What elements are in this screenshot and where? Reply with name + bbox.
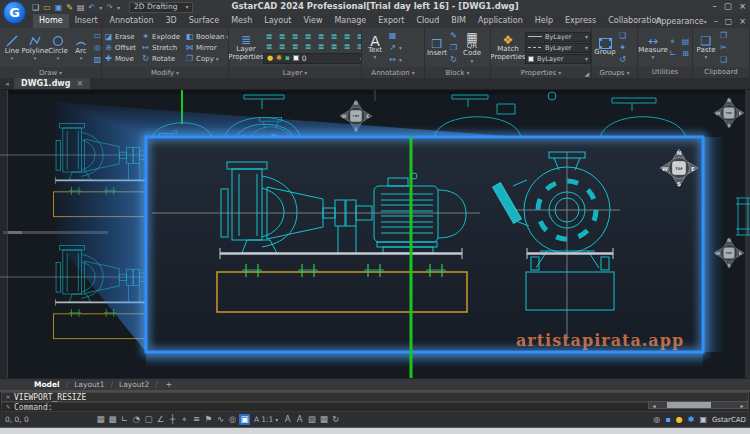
mirror-button[interactable]: ⋈Mirror xyxy=(185,42,228,53)
snap-toggle-icon[interactable]: ▩ xyxy=(107,414,118,425)
paste-button[interactable]: ❏ Paste xyxy=(695,35,717,61)
scroll-right-icon[interactable]: ▸ xyxy=(737,402,747,409)
tray-plot-icon[interactable]: ▪ xyxy=(665,415,670,424)
group-button[interactable]: Group xyxy=(594,38,616,57)
redo-icon[interactable]: ↷ xyxy=(106,3,113,12)
tab-scroll-icon[interactable]: ◂ xyxy=(0,78,14,89)
polyline-button[interactable]: Polyline xyxy=(25,35,45,61)
tab-view[interactable]: View xyxy=(297,14,328,28)
tab-home[interactable]: Home xyxy=(33,14,69,28)
command-input-row[interactable]: ✎ Command: xyxy=(1,402,749,412)
save-as-icon[interactable]: ✎ xyxy=(66,3,73,12)
annotation-visibility-icon[interactable]: A xyxy=(282,414,293,425)
lineweight-toggle-icon[interactable]: ≡ xyxy=(191,414,202,425)
layer-tool-icon[interactable]: ≣ xyxy=(328,32,340,41)
boolean-button[interactable]: ◧Boolean▾ xyxy=(185,31,228,42)
workspace-switcher[interactable]: 2D Drafting▾ xyxy=(129,2,193,13)
app-logo-icon[interactable]: G xyxy=(3,1,26,24)
restore-button[interactable]: ▢ xyxy=(724,1,732,11)
group-edit-button[interactable]: ✦ xyxy=(618,42,627,53)
measure-button[interactable]: ↔ Measure xyxy=(640,35,666,61)
scroll-thumb[interactable] xyxy=(667,402,711,408)
tab-annotation[interactable]: Annotation xyxy=(104,14,160,28)
copy-button[interactable]: ❐Copy▾ xyxy=(185,53,228,64)
layer-tool-icon[interactable]: ≣ xyxy=(315,42,327,51)
document-tab-close-icon[interactable]: × xyxy=(76,79,83,88)
lineweight-control-dropdown[interactable]: ByLayer▾ xyxy=(525,54,591,64)
quick-calc-button[interactable]: ▤ xyxy=(681,36,692,47)
copy-clip-button[interactable]: ❐ xyxy=(719,30,728,41)
tab-model[interactable]: Model xyxy=(28,380,66,389)
print-icon[interactable]: ▤ xyxy=(77,3,85,12)
cut-clip-button[interactable]: ✂ xyxy=(719,42,728,53)
ribbon-minimize-icon[interactable]: – xyxy=(714,17,718,26)
layer-tool-icon[interactable]: ≣ xyxy=(276,32,288,41)
block-edit-button[interactable]: ✎ xyxy=(449,30,458,41)
layer-tool-icon[interactable]: ≣ xyxy=(263,42,275,51)
panel-label-groups[interactable]: Groups xyxy=(592,67,637,78)
match-properties-button[interactable]: ❖ Match Properties xyxy=(493,34,523,61)
tab-application[interactable]: Application xyxy=(472,14,529,28)
tab-mesh[interactable]: Mesh xyxy=(225,14,258,28)
tab-help[interactable]: Help xyxy=(529,14,559,28)
tab-express[interactable]: Express xyxy=(559,14,602,28)
layer-tool-icon[interactable]: ≣ xyxy=(302,32,314,41)
polar-toggle-icon[interactable]: ◔ xyxy=(131,414,142,425)
linetype-control-dropdown[interactable]: ByLayer▾ xyxy=(525,43,591,53)
tab-insert[interactable]: Insert xyxy=(69,14,104,28)
panel-label-annotation[interactable]: Annotation xyxy=(362,67,424,78)
properties-launcher-icon[interactable]: ◢ xyxy=(584,70,589,77)
layer-tool-icon[interactable]: ≣ xyxy=(341,32,353,41)
layer-tool-icon[interactable]: ≣ xyxy=(328,42,340,51)
layer-tool-icon[interactable]: ≣ xyxy=(315,32,327,41)
layer-dropdown[interactable]: ● ❋ ▪ 0 ▾ xyxy=(263,53,361,64)
block-define-button[interactable]: ❒ xyxy=(449,42,458,53)
tray-target-icon[interactable]: ◎ xyxy=(653,415,660,424)
drawing-canvas[interactable]: TOP N S W E xyxy=(0,90,750,378)
close-button[interactable]: × xyxy=(739,1,746,11)
layer-tool-icon[interactable]: ≣ xyxy=(354,42,361,51)
ortho-toggle-icon[interactable]: ∟ xyxy=(119,414,130,425)
grid-toggle-icon[interactable]: ▦ xyxy=(95,414,106,425)
hatch-tool-button[interactable]: ▨▾ xyxy=(93,54,101,65)
layer-tool-icon[interactable]: ≣ xyxy=(354,32,361,41)
minimize-button[interactable]: – xyxy=(713,1,717,11)
rotate-button[interactable]: ↻Rotate xyxy=(141,53,180,64)
text-button[interactable]: A Text xyxy=(364,35,386,61)
tray-bulb-icon[interactable]: ● xyxy=(676,415,683,424)
tab-layout[interactable]: Layout xyxy=(258,14,297,28)
undo-caret-icon[interactable]: ▾ xyxy=(99,4,102,11)
panel-label-clipboard[interactable]: Clipboard xyxy=(693,67,749,78)
tab-export[interactable]: Export xyxy=(372,14,410,28)
save-icon[interactable]: ▣ xyxy=(55,3,63,12)
open-file-icon[interactable]: ▭ xyxy=(43,3,51,12)
layer-tool-icon[interactable]: ≣ xyxy=(289,32,301,41)
panel-label-properties[interactable]: Properties xyxy=(491,67,591,78)
move-button[interactable]: ✚Move xyxy=(104,53,136,64)
add-layout-button[interactable]: + xyxy=(162,380,176,389)
document-tab-dwg1[interactable]: DWG1.dwg × xyxy=(14,78,90,89)
quick-props-toggle-icon[interactable]: ⚑ xyxy=(203,414,214,425)
stretch-button[interactable]: ↔Stretch xyxy=(141,42,180,53)
appearance-dropdown[interactable]: Appearance▾ xyxy=(656,17,707,26)
arc-button[interactable]: Arc xyxy=(71,35,91,61)
clean-screen-icon[interactable]: ↻ xyxy=(330,414,341,425)
layer-tool-icon[interactable]: ≣ xyxy=(302,42,314,51)
insert-block-button[interactable]: ❒ Insert xyxy=(427,38,447,58)
fullscreen-icon[interactable]: ▣ xyxy=(699,415,707,424)
command-close-icon[interactable]: × xyxy=(2,393,14,401)
tab-surface[interactable]: Surface xyxy=(183,14,225,28)
panel-label-utilities[interactable]: Utilities xyxy=(638,67,692,78)
layer-tool-icon[interactable]: ≣ xyxy=(263,32,275,41)
workspace-grid-icon[interactable]: ▦ xyxy=(318,414,329,425)
explode-button[interactable]: ✶Explode xyxy=(141,31,180,42)
tab-layout1[interactable]: Layout1 xyxy=(68,380,110,389)
panel-label-draw[interactable]: Draw xyxy=(0,67,101,78)
tab-3d[interactable]: 3D xyxy=(159,14,182,28)
undo-icon[interactable]: ↶ xyxy=(89,3,96,12)
tray-sync-icon[interactable]: ✱ xyxy=(688,415,695,424)
panel-label-block[interactable]: Block xyxy=(425,67,490,78)
angle-measure-button[interactable]: ∟ xyxy=(668,48,679,59)
erase-button[interactable]: ◪Erase xyxy=(104,31,136,42)
donut-tool-button[interactable]: ◎▾ xyxy=(93,42,101,53)
